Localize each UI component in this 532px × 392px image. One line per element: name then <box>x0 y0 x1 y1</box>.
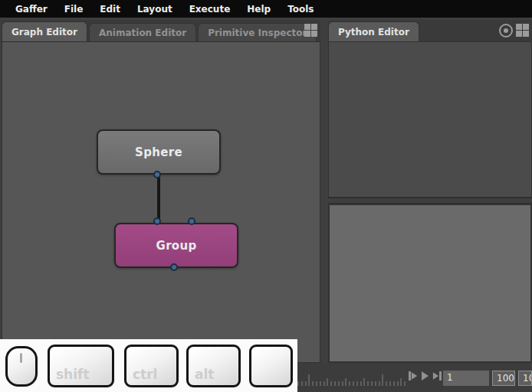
port-group-out[interactable] <box>170 263 178 271</box>
port-group-in[interactable] <box>153 217 161 225</box>
ruler-tick <box>367 381 369 386</box>
ruler-tick <box>334 381 336 386</box>
key-label: shift <box>56 367 90 382</box>
key-press-overlay: shiftctrlalt <box>0 339 297 392</box>
key-alt: alt <box>186 345 241 387</box>
ruler-tick <box>327 378 328 386</box>
ruler-tick <box>353 381 354 386</box>
focus-target-icon[interactable] <box>499 24 513 38</box>
ruler-tick <box>382 374 383 386</box>
menu-bar: GafferFileEditLayoutExecuteHelpTools <box>0 0 532 18</box>
ruler-tick <box>342 381 343 386</box>
menu-item-gaffer[interactable]: Gaffer <box>7 4 56 15</box>
ruler-tick <box>375 381 376 386</box>
ruler-tick <box>400 378 402 386</box>
ruler-tick <box>360 381 362 386</box>
ruler-tick <box>312 381 314 386</box>
ruler-tick <box>330 381 332 386</box>
tab-graph-editor[interactable]: Graph Editor <box>2 21 87 41</box>
mouse-icon <box>5 346 38 387</box>
ruler-tick <box>389 381 391 386</box>
right-tab-bar: Python Editor <box>328 20 532 41</box>
layout-grid-icon[interactable] <box>516 24 530 38</box>
python-input-pane[interactable] <box>328 204 532 363</box>
play-button[interactable] <box>422 371 429 381</box>
ruler-tick <box>308 374 310 386</box>
ruler-tick <box>379 381 380 386</box>
menu-item-layout[interactable]: Layout <box>129 4 181 15</box>
ruler-tick <box>363 378 365 386</box>
ruler-tick <box>386 381 387 386</box>
python-output-pane[interactable] <box>328 41 532 198</box>
tab-animation-editor[interactable]: Animation Editor <box>89 23 196 41</box>
key-label: alt <box>195 367 214 382</box>
port-group-in-right[interactable] <box>188 217 195 225</box>
ruler-tick <box>393 381 395 386</box>
python-editor-panel: Python Editor <box>328 20 532 363</box>
skip-to-end-button[interactable] <box>432 371 442 381</box>
ruler-tick <box>349 381 350 386</box>
node-label: Group <box>156 239 197 253</box>
layout-grid-icon[interactable] <box>304 24 318 38</box>
ruler-tick <box>338 381 340 386</box>
tab-primitive-inspector[interactable]: Primitive Inspector <box>198 23 317 41</box>
key-blank <box>249 345 293 387</box>
node-sphere[interactable]: Sphere <box>97 129 221 175</box>
key-shift: shift <box>48 345 114 387</box>
graph-editor-panel: Graph EditorAnimation EditorPrimitive In… <box>2 20 320 363</box>
menu-item-edit[interactable]: Edit <box>91 4 129 15</box>
node-connection[interactable] <box>157 176 160 223</box>
timeline-ruler[interactable] <box>297 369 409 386</box>
ruler-tick <box>356 381 358 386</box>
ruler-tick <box>305 381 307 386</box>
ruler-tick <box>316 381 317 386</box>
key-ctrl: ctrl <box>124 345 179 387</box>
key-label: ctrl <box>133 367 157 382</box>
ruler-tick <box>301 381 303 386</box>
pane-splitter[interactable] <box>328 198 532 204</box>
current-frame-field[interactable]: 1 <box>443 371 489 386</box>
node-label: Sphere <box>135 145 182 159</box>
graph-editor-canvas[interactable]: SphereGroup <box>2 41 320 363</box>
ruler-tick <box>345 378 346 386</box>
gaffer-window: GafferFileEditLayoutExecuteHelpTools Gra… <box>0 0 532 392</box>
ruler-tick <box>404 381 406 386</box>
skip-to-start-button[interactable] <box>409 371 418 381</box>
node-group[interactable]: Group <box>114 223 238 268</box>
playback-end-field[interactable]: 100 <box>518 371 532 386</box>
port-sphere-out[interactable] <box>153 171 161 178</box>
ruler-tick <box>397 381 399 386</box>
menu-item-tools[interactable]: Tools <box>279 4 322 15</box>
menu-item-help[interactable]: Help <box>238 4 279 15</box>
range-end-field[interactable]: 100 <box>492 371 515 386</box>
ruler-tick <box>371 381 373 386</box>
ruler-tick <box>320 381 321 386</box>
left-tab-bar: Graph EditorAnimation EditorPrimitive In… <box>2 20 320 41</box>
menu-item-execute[interactable]: Execute <box>181 4 239 15</box>
tab-python-editor[interactable]: Python Editor <box>328 21 419 41</box>
ruler-tick <box>323 381 325 386</box>
ruler-tick <box>297 381 299 386</box>
menu-item-file[interactable]: File <box>56 4 92 15</box>
transport-controls <box>409 371 442 381</box>
